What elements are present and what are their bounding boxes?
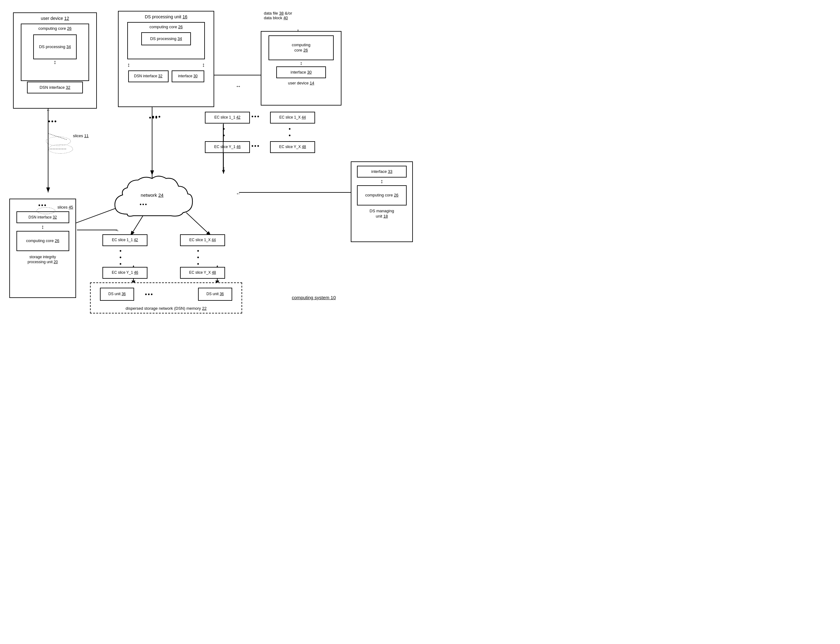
computing-core-26-ud12: computing core 26 DS processing 34 ↕ [21, 24, 89, 81]
storage-integrity-label: storage integrityprocessing unit 20 [28, 255, 58, 264]
ds-processing-34-ud12: DS processing 34 [33, 34, 77, 59]
ds-processing-34-dsp16: DS processing 34 [141, 32, 191, 45]
ds-managing-unit-18-outer: interface 33 ↕ computing core 26 DS mana… [351, 161, 413, 242]
ec-slice-y-x-48-bot: EC slice Y_X 48 [180, 267, 225, 279]
arrow-interface30-connector: ↔ [214, 83, 262, 89]
interface-30-ud14-label: interface 30 [291, 70, 312, 75]
user-device-14-label: user device 14 [288, 81, 314, 86]
user-device-14-outer: computingcore 26 ↕ interface 30 user dev… [261, 31, 342, 105]
ds-proc-unit-16-outer: DS processing unit 16 computing core 26 … [118, 11, 214, 107]
slices-45-ellipse [37, 207, 55, 214]
ds-unit-36-left: DS unit 36 [100, 288, 134, 301]
slices-45-label: slices 45 [58, 205, 73, 210]
dsn-memory-label: dispersed storage network (DSN) memory 2… [126, 306, 207, 311]
ec-slice-y-1-46-bot: EC slice Y_1 46 [102, 267, 148, 279]
interface-30-ud14: interface 30 [276, 66, 326, 78]
computing-core-26-si20: computing core 26 [16, 231, 69, 251]
interface-30-dsp16-label: interface 30 [178, 74, 198, 79]
ec-slice-y-1-46-top: EC slice Y_1 46 [205, 141, 250, 153]
ds-unit-36-left-label: DS unit 36 [108, 292, 126, 297]
ec-slice-1-1-42-bot-label: EC slice 1_1 42 [112, 238, 138, 243]
dsn-interface-32-ud12-label: DSN interface 32 [39, 85, 70, 90]
ec-slice-y-x-48-top: EC slice Y_X 48 [270, 141, 315, 153]
slices-11-label: slices 11 [73, 133, 89, 138]
dots-ec-top-h2: ••• [252, 143, 260, 149]
ds-unit-36-right: DS unit 36 [198, 288, 232, 301]
ds-proc-unit-16-label: DS processing unit 16 [145, 14, 187, 20]
arrow-ud12-network: ↓ [46, 109, 51, 112]
arrow-si-network: → [77, 230, 117, 230]
vert-connector-ec-top: ↕ [223, 124, 224, 171]
ds-processing-34-dsp16-label: DS processing 34 [150, 36, 182, 41]
user-device-12-label: user device 12 [41, 15, 69, 21]
ec-slice-1-x-44-top-label: EC slice 1_X 44 [279, 115, 306, 120]
dsn-memory-22: DS unit 36 ••• DS unit 36 dispersed stor… [90, 283, 242, 314]
slices-11-ellipse2 [48, 144, 73, 154]
computing-core-26-dsm18: computing core 26 [357, 185, 407, 205]
ec-slice-y-x-48-bot-label: EC slice Y_X 48 [189, 270, 216, 275]
computing-core-26-ud14: computingcore 26 [268, 35, 334, 60]
dsn-interface-32-si20-label: DSN interface 32 [28, 215, 57, 220]
ds-processing-34-ud12-label: DS processing 34 [39, 44, 71, 50]
arrow-dsm-network: ← [236, 191, 241, 197]
ec-slice-y-1-46-top-label: EC slice Y_1 46 [214, 145, 241, 150]
interface-33-label: interface 33 [371, 169, 392, 174]
ec-slice-1-x-44-bot: EC slice 1_X 44 [180, 234, 225, 246]
interface-33: interface 33 [357, 166, 407, 177]
dots-ds-units: ••• [145, 291, 154, 298]
ds-managing-unit-label: DS managingunit 18 [370, 209, 394, 219]
dots-ec-top-h: ••• [252, 113, 260, 120]
ec-slice-y-1-46-bot-label: EC slice Y_1 46 [112, 270, 138, 275]
ec-slice-y-x-48-top-label: EC slice Y_X 48 [279, 145, 306, 150]
ec-slice-1-1-42-bot: EC slice 1_1 42 [102, 234, 148, 246]
network-cloud: network 24 ••• [108, 171, 196, 227]
data-file-block-label: data file 38 &/ordata block 40 [264, 11, 292, 20]
network-num: 24 [158, 192, 164, 198]
dots-ud12: ••• [48, 118, 58, 125]
user-device-12-outer: user device 12 computing core 26 DS proc… [13, 12, 97, 108]
computing-core-26-dsm18-label: computing core 26 [365, 193, 399, 198]
diagram: user device 12 computing core 26 DS proc… [0, 0, 420, 322]
ec-slice-1-x-44-top: EC slice 1_X 44 [270, 112, 315, 123]
interface-30-dsp16: interface 30 [172, 71, 204, 82]
computing-system-10-label: computing system 10 [292, 295, 336, 300]
computing-core-26-dsp16: computing core 26 DS processing 34 [127, 22, 205, 59]
ec-slice-1-1-42-top: EC slice 1_1 42 [205, 112, 250, 123]
computing-core-26-dsp16-label: computing core 26 [150, 25, 183, 30]
ec-slice-1-x-44-bot-label: EC slice 1_X 44 [189, 238, 216, 243]
computing-core-26-ud12-label: computing core 26 [38, 26, 72, 31]
dsn-interface-32-dsp16: DSN interface 32 [128, 71, 169, 82]
computing-core-26-si20-label: computing core 26 [26, 238, 59, 244]
ec-slice-1-1-42-top-label: EC slice 1_1 42 [214, 115, 240, 120]
dsn-interface-32-ud12: DSN interface 32 [27, 82, 83, 94]
ds-unit-36-right-label: DS unit 36 [206, 292, 224, 297]
computing-core-26-ud14-label: computingcore 26 [292, 43, 311, 53]
dsn-interface-32-dsp16-label: DSN interface 32 [134, 74, 162, 79]
dots-dsn32-dsp16: ••• [149, 114, 158, 122]
